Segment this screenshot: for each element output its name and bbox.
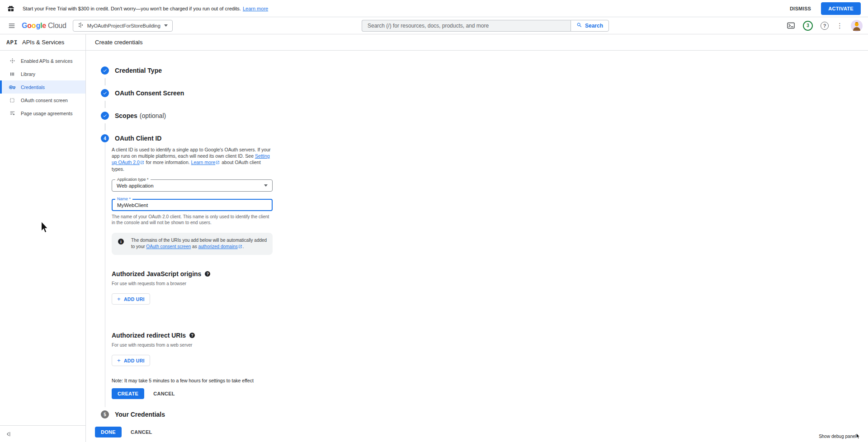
activate-button[interactable]: ACTIVATE: [821, 2, 861, 15]
step-connector: [105, 123, 105, 131]
logo-letter: g: [36, 22, 40, 30]
cloud-shell-icon[interactable]: [787, 21, 795, 30]
sidebar-item-credentials[interactable]: Credentials: [0, 80, 85, 94]
step-label-suffix: (optional): [140, 112, 166, 119]
plus-icon: +: [117, 296, 121, 302]
learn-more-link[interactable]: Learn more: [243, 6, 268, 11]
logo-letter: G: [22, 22, 27, 30]
search-button[interactable]: Search: [571, 20, 609, 32]
notifications-badge[interactable]: 3: [803, 21, 813, 31]
step-label: OAuth Consent Screen: [115, 89, 184, 97]
consent-screen-icon: [9, 98, 15, 103]
domains-info-box: i The domains of the URIs you add below …: [112, 233, 273, 255]
step-connector: [105, 101, 105, 108]
redirect-uris-heading: Authorized redirect URIs: [112, 332, 186, 339]
js-origins-help-icon[interactable]: ?: [205, 271, 210, 277]
page-title: Create credentials: [95, 39, 143, 46]
sidebar-item-enabled-apis[interactable]: Enabled APIs & services: [0, 54, 85, 67]
logo-letter: e: [42, 22, 46, 30]
sidebar-item-label: Page usage agreements: [21, 111, 72, 116]
oauth-consent-screen-link[interactable]: OAuth consent screen: [146, 244, 191, 249]
check-circle-icon: [101, 89, 109, 97]
external-link-icon: [216, 160, 220, 166]
plus-icon: +: [117, 357, 121, 363]
step-oauth-client-id[interactable]: 4 OAuth Client ID: [101, 134, 868, 143]
create-button[interactable]: CREATE: [112, 388, 144, 399]
domains-info-text: The domains of the URIs you add below wi…: [131, 237, 267, 250]
client-id-description: A client ID is used to identify a single…: [112, 146, 273, 172]
sidebar-header: API APIs & Services: [0, 34, 85, 51]
authorized-domains-link[interactable]: authorized domains: [198, 244, 237, 249]
external-link-icon: [140, 160, 144, 166]
oauth-client-id-body: A client ID is used to identify a single…: [105, 143, 868, 407]
project-selector[interactable]: MyOAuthProjectForStoreBuilding: [73, 20, 173, 32]
create-credentials-form: Credential Type OAuth Consent Screen: [86, 51, 868, 422]
search-input[interactable]: [368, 23, 565, 29]
chevron-down-icon: [164, 24, 168, 27]
js-origins-heading: Authorized JavaScript origins: [112, 270, 201, 277]
name-helper-text: The name of your OAuth 2.0 client. This …: [112, 214, 270, 226]
collapse-sidebar-icon[interactable]: [5, 431, 11, 437]
name-input[interactable]: [117, 202, 267, 208]
sidebar-footer: [0, 425, 85, 442]
show-debug-panel-label[interactable]: Show debug panel: [819, 434, 856, 439]
global-search: Search: [362, 20, 609, 32]
step-scopes[interactable]: Scopes (optional): [101, 111, 868, 120]
agreements-icon: [9, 110, 15, 116]
js-origins-subtitle: For use with requests from a browser: [112, 281, 868, 286]
library-icon: [9, 71, 15, 77]
add-uri-label: ADD URI: [124, 358, 145, 363]
logo-letter: o: [32, 22, 36, 30]
key-icon: [9, 84, 15, 90]
logo-cloud-text: Cloud: [48, 22, 66, 30]
step-label: OAuth Client ID: [115, 135, 161, 142]
add-uri-label: ADD URI: [124, 296, 145, 302]
top-header: Google Cloud MyOAuthProjectForStoreBuild…: [0, 17, 868, 34]
project-icon: [78, 22, 84, 30]
settings-note: Note: It may take 5 minutes to a few hou…: [112, 378, 868, 383]
gift-icon: [7, 5, 14, 12]
google-cloud-logo[interactable]: Google Cloud: [22, 22, 66, 30]
name-field-wrap: Name *: [112, 199, 273, 211]
step-number-badge: 4: [101, 134, 109, 142]
redirect-uris-subtitle: For use with requests from a web server: [112, 343, 868, 348]
done-button[interactable]: DONE: [95, 427, 122, 437]
api-logo-icon: API: [6, 39, 18, 46]
footer-cancel-button[interactable]: CANCEL: [131, 429, 152, 435]
sidebar-item-label: OAuth consent screen: [21, 98, 68, 103]
form-footer: DONE CANCEL: [86, 422, 868, 442]
step-number-badge: 5: [101, 410, 109, 418]
more-options-icon[interactable]: ⋮: [836, 22, 843, 29]
chevron-down-icon: [264, 184, 268, 187]
learn-more-client-types-link[interactable]: Learn more: [191, 160, 216, 165]
banner-message: Start your Free Trial with $300 in credi…: [23, 6, 268, 11]
check-circle-icon: [101, 112, 109, 120]
check-circle-icon: [101, 66, 109, 75]
sidebar-item-oauth-consent[interactable]: OAuth consent screen: [0, 94, 85, 107]
hamburger-menu-icon[interactable]: [6, 20, 17, 31]
cancel-button[interactable]: CANCEL: [153, 391, 175, 396]
add-js-origin-uri-button[interactable]: + ADD URI: [112, 293, 150, 305]
avatar[interactable]: [851, 20, 863, 32]
sidebar-item-label: Library: [21, 71, 35, 77]
main-panel: Create credentials Credential Type O: [86, 34, 868, 442]
application-type-field: Application type * Web application: [112, 179, 273, 192]
name-input-box: [112, 199, 273, 211]
search-icon: [576, 22, 582, 29]
step-credential-type[interactable]: Credential Type: [101, 66, 868, 75]
redirect-uris-section-title: Authorized redirect URIs ?: [112, 332, 868, 339]
sidebar-item-library[interactable]: Library: [0, 67, 85, 80]
add-redirect-uri-button[interactable]: + ADD URI: [112, 355, 150, 366]
sidebar-item-label: Enabled APIs & services: [21, 58, 72, 64]
dismiss-button[interactable]: DISMISS: [790, 6, 811, 11]
search-input-wrap: [362, 20, 571, 32]
step-your-credentials[interactable]: 5 Your Credentials: [101, 410, 868, 419]
step-oauth-consent-screen[interactable]: OAuth Consent Screen: [101, 89, 868, 98]
redirect-uris-help-icon[interactable]: ?: [189, 333, 195, 338]
sidebar-item-page-usage[interactable]: Page usage agreements: [0, 107, 85, 120]
step-label: Scopes: [115, 112, 137, 119]
help-icon[interactable]: ?: [821, 22, 829, 30]
free-trial-banner: Start your Free Trial with $300 in credi…: [0, 0, 868, 17]
info-icon: i: [118, 239, 124, 245]
external-link-icon: [238, 244, 242, 250]
